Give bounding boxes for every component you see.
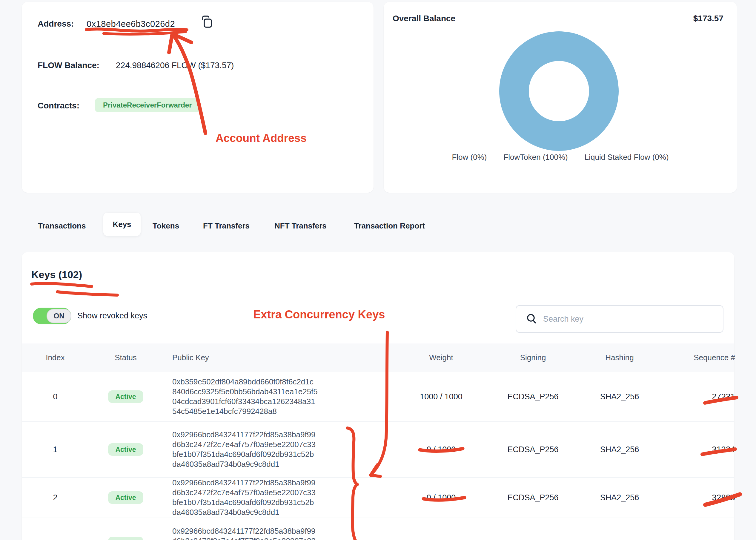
key-status-cell: Active — [107, 518, 144, 540]
flow-balance-value: 224.98846206 FLOW ($173.57) — [116, 61, 234, 70]
col-header-index: Index — [42, 343, 69, 372]
col-header-public-key: Public Key — [172, 343, 209, 372]
key-index: 3 — [42, 518, 69, 540]
balance-amount: $173.57 — [693, 14, 723, 23]
key-sequence — [669, 518, 735, 540]
key-row-0: 0 Active 0xb359e502df804a89bdd660f0f8f6c… — [22, 372, 734, 421]
balance-donut-chart — [499, 31, 619, 151]
tab-transactions[interactable]: Transactions — [38, 221, 86, 230]
key-sequence: 31224 — [669, 422, 735, 477]
status-badge: Active — [108, 390, 143, 403]
address-value[interactable]: 0x18eb4ee6b3c026d2 — [87, 19, 175, 29]
key-weight: 0 / 1000 — [406, 518, 476, 540]
col-header-signing: Signing — [493, 343, 573, 372]
keys-card: Keys (102) ON Show revoked keys Index St… — [22, 252, 734, 540]
legend-item-flowtoken[interactable]: FlowToken (100%) — [503, 153, 568, 162]
copy-icon — [200, 15, 213, 29]
key-signing: ECDSA_P256 — [493, 477, 573, 518]
contracts-label: Contracts: — [38, 101, 79, 110]
donut-legend: Flow (0%) FlowToken (100%) Liquid Staked… — [384, 153, 737, 162]
keys-table-header: Index Status Public Key Weight Signing H… — [22, 343, 734, 372]
public-key: 0x92966bcd843241177f22fd85a38ba9f99 d6b3… — [172, 518, 363, 540]
copy-address-button[interactable] — [200, 15, 213, 29]
key-sequence: 32805 — [669, 477, 735, 518]
account-info-card: Address: 0x18eb4ee6b3c026d2 FLOW Balance… — [22, 2, 374, 193]
overall-balance-card: Overall Balance $173.57 Flow (0%) FlowTo… — [384, 2, 737, 193]
tab-nft-transfers[interactable]: NFT Transfers — [274, 221, 327, 230]
key-hashing: SHA2_256 — [585, 422, 654, 477]
key-sequence: 27231 — [669, 372, 735, 421]
legend-item-flow[interactable]: Flow (0%) — [452, 153, 487, 162]
key-hashing: SHA2_256 — [585, 518, 654, 540]
key-row-1: 1 Active 0x92966bcd843241177f22fd85a38ba… — [22, 421, 734, 477]
key-index: 2 — [42, 477, 69, 518]
search-input[interactable] — [543, 315, 723, 324]
status-badge: Active — [108, 443, 143, 456]
public-key: 0x92966bcd843241177f22fd85a38ba9f99 d6b3… — [172, 422, 363, 477]
contract-badge[interactable]: PrivateReceiverForwarder — [95, 98, 200, 112]
key-weight: 1000 / 1000 — [406, 372, 476, 421]
col-header-weight: Weight — [406, 343, 476, 372]
key-status-cell: Active — [107, 477, 144, 518]
col-header-sequence: Sequence # — [669, 343, 735, 372]
col-header-hashing: Hashing — [585, 343, 654, 372]
status-badge: Active — [108, 537, 143, 540]
key-status-cell: Active — [107, 372, 144, 421]
public-key: 0x92966bcd843241177f22fd85a38ba9f99 d6b3… — [172, 477, 363, 518]
divider — [22, 43, 374, 43]
donut-hole — [529, 61, 589, 121]
key-hashing: SHA2_256 — [585, 372, 654, 421]
show-revoked-label: Show revoked keys — [77, 311, 147, 321]
key-index: 1 — [42, 422, 69, 477]
key-weight: 0 / 1000 — [406, 422, 476, 477]
key-status-cell: Active — [107, 422, 144, 477]
tab-transaction-report[interactable]: Transaction Report — [354, 221, 425, 230]
tab-ft-transfers[interactable]: FT Transfers — [203, 221, 250, 230]
key-row-2: 2 Active 0x92966bcd843241177f22fd85a38ba… — [22, 477, 734, 518]
key-signing: ECDSA_P256 — [493, 518, 573, 540]
search-icon — [526, 313, 538, 325]
key-hashing: SHA2_256 — [585, 477, 654, 518]
legend-item-liquid-staked[interactable]: Liquid Staked Flow (0%) — [585, 153, 669, 162]
balance-card-title: Overall Balance — [393, 14, 455, 23]
flow-account-page: Address: 0x18eb4ee6b3c026d2 FLOW Balance… — [0, 0, 756, 540]
key-row-3-partial: 3 Active 0x92966bcd843241177f22fd85a38ba… — [22, 518, 734, 540]
address-label: Address: — [38, 19, 74, 29]
key-signing: ECDSA_P256 — [493, 372, 573, 421]
key-weight: 0 / 1000 — [406, 477, 476, 518]
show-revoked-toggle[interactable]: ON — [33, 308, 71, 324]
flow-balance-label: FLOW Balance: — [38, 61, 99, 70]
keys-section-title: Keys (102) — [31, 269, 82, 280]
tab-tokens[interactable]: Tokens — [153, 221, 179, 230]
public-key: 0xb359e502df804a89bdd660f0f8f6c2d1c 840d… — [172, 372, 363, 421]
col-header-status: Status — [107, 343, 144, 372]
key-index: 0 — [42, 372, 69, 421]
divider — [22, 86, 374, 86]
toggle-knob: ON — [47, 309, 71, 323]
tab-keys-active[interactable]: Keys — [103, 213, 141, 236]
status-badge: Active — [108, 491, 143, 504]
key-search-box — [516, 305, 723, 333]
key-signing: ECDSA_P256 — [493, 422, 573, 477]
